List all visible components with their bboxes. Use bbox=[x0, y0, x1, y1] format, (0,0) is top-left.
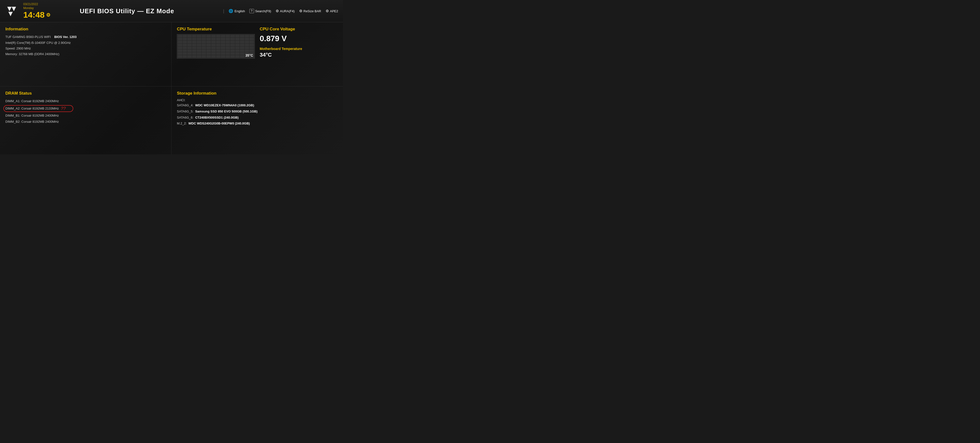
storage-information-panel: Storage Information AHCI: SATA6G_4: WDC … bbox=[172, 86, 343, 155]
svg-marker-2 bbox=[8, 12, 13, 16]
dimm-b2-value: Corsair 8192MB 2400MHz bbox=[21, 119, 59, 125]
sata4-label: SATA6G_4: bbox=[177, 104, 194, 107]
header-bar: 03/21/2022 Monday 14:48 ⚙ UEFI BIOS Util… bbox=[0, 0, 343, 22]
aura-button[interactable]: ⚙ AURA(F4) bbox=[275, 9, 295, 13]
sata6-label: SATA6G_6: bbox=[177, 116, 194, 120]
storage-title: Storage Information bbox=[177, 91, 337, 96]
dimm-a2-value: Corsair 8192MB 2133MHz bbox=[21, 105, 59, 112]
cpu-panel: CPU Temperature bbox=[172, 22, 343, 86]
cpu-info: Intel(R) Core(TM) i5-10400F CPU @ 2.90GH… bbox=[5, 40, 166, 46]
storage-sata6: SATA6G_6: CT240BX500SSD1 (240.0GB) bbox=[177, 115, 337, 121]
dimm-a1-value: Corsair 8192MB 2400MHz bbox=[21, 98, 59, 104]
bios-utility: 03/21/2022 Monday 14:48 ⚙ UEFI BIOS Util… bbox=[0, 0, 343, 155]
language-selector[interactable]: 🌐 English bbox=[229, 9, 245, 13]
dimm-b2-label: DIMM_B2: bbox=[5, 119, 21, 125]
search-label: Search(F9) bbox=[255, 9, 271, 13]
resize-icon: ⚙ bbox=[299, 9, 302, 13]
ape2-button[interactable]: ⚙ APE2 bbox=[326, 9, 338, 13]
dram-dimm-a1: DIMM_A1: Corsair 8192MB 2400MHz bbox=[5, 98, 166, 104]
sata4-value: WDC WD10EZEX-75WN4A0 (1000.2GB) bbox=[195, 104, 254, 107]
search-button[interactable]: ? Search(F9) bbox=[250, 9, 271, 13]
aura-label: AURA(F4) bbox=[280, 9, 295, 13]
content-area: Information TUF GAMING B560-PLUS WIFI BI… bbox=[0, 22, 343, 155]
storage-m2: M.2_2: WDC WDS240G2G0B-00EPW0 (240.0GB) bbox=[177, 121, 337, 127]
ahci-label: AHCI: bbox=[177, 98, 337, 102]
ape2-icon: ⚙ bbox=[326, 9, 329, 13]
storage-sata4: SATA6G_4: WDC WD10EZEX-75WN4A0 (1000.2GB… bbox=[177, 102, 337, 108]
motherboard-temp-value: 34°C bbox=[260, 52, 337, 58]
sata5-label: SATA6G_5: bbox=[177, 110, 194, 113]
dimm-a2-label: DIMM_A2: bbox=[5, 105, 21, 112]
svg-marker-0 bbox=[7, 6, 12, 11]
cpu-temperature-chart: 35°C bbox=[177, 34, 255, 59]
dimm-a1-label: DIMM_A1: bbox=[5, 98, 21, 104]
cpu-temperature-section: CPU Temperature bbox=[177, 27, 255, 82]
dram-dimm-b1: DIMM_B1: Corsair 8192MB 2400MHz bbox=[5, 113, 166, 119]
language-label: English bbox=[234, 9, 245, 13]
information-title: Information bbox=[5, 27, 166, 32]
dram-dimm-a2: DIMM_A2: Corsair 8192MB 2133MHz ?? bbox=[5, 104, 166, 113]
aura-icon: ⚙ bbox=[275, 9, 279, 13]
dram-dimm-b2: DIMM_B2: Corsair 8192MB 2400MHz bbox=[5, 119, 166, 125]
globe-icon: 🌐 bbox=[229, 9, 233, 13]
asus-logo bbox=[5, 6, 18, 17]
annotation-marks: ?? bbox=[61, 104, 66, 113]
dimm-b1-value: Corsair 8192MB 2400MHz bbox=[21, 113, 59, 119]
dram-status-title: DRAM Status bbox=[5, 91, 166, 96]
cpu-temp-title: CPU Temperature bbox=[177, 27, 255, 32]
information-content: TUF GAMING B560-PLUS WIFI BIOS Ver. 1203… bbox=[5, 34, 166, 57]
storage-sata5: SATA6G_5: Samsung SSD 850 EVO 500GB (500… bbox=[177, 108, 337, 115]
bios-title: UEFI BIOS Utility — EZ Mode bbox=[36, 7, 218, 15]
search-box-icon: ? bbox=[250, 9, 254, 13]
cpu-voltage-value: 0.879 V bbox=[260, 34, 337, 43]
m2-value: WDC WDS240G2G0B-00EPW0 (240.0GB) bbox=[188, 121, 250, 125]
m2-label: M.2_2: bbox=[177, 121, 188, 125]
resize-bar-button[interactable]: ⚙ ReSize BAR bbox=[299, 9, 321, 13]
ape2-label: APE2 bbox=[330, 9, 338, 13]
cpu-voltage-section: CPU Core Voltage 0.879 V Motherboard Tem… bbox=[260, 27, 337, 82]
cpu-voltage-title: CPU Core Voltage bbox=[260, 27, 337, 32]
memory-info: Memory: 32768 MB (DDR4 2400MHz) bbox=[5, 51, 166, 57]
speed-info: Speed: 2900 MHz bbox=[5, 46, 166, 51]
svg-marker-1 bbox=[12, 6, 16, 11]
nav-divider-1: | bbox=[223, 9, 224, 14]
board-info: TUF GAMING B560-PLUS WIFI BIOS Ver. 1203 bbox=[5, 34, 166, 40]
sata5-value: Samsung SSD 850 EVO 500GB (500.1GB) bbox=[195, 110, 258, 113]
sata6-value: CT240BX500SSD1 (240.0GB) bbox=[195, 116, 239, 120]
motherboard-temp-label: Motherboard Temperature bbox=[260, 47, 337, 51]
dimm-b1-label: DIMM_B1: bbox=[5, 113, 21, 119]
information-panel: Information TUF GAMING B560-PLUS WIFI BI… bbox=[0, 22, 172, 86]
header-navigation: | 🌐 English ? Search(F9) ⚙ AURA(F4) ⚙ Re… bbox=[223, 9, 338, 14]
cpu-temp-value: 35°C bbox=[245, 53, 253, 57]
resize-label: ReSize BAR bbox=[304, 9, 321, 13]
dram-status-panel: DRAM Status DIMM_A1: Corsair 8192MB 2400… bbox=[0, 86, 172, 155]
